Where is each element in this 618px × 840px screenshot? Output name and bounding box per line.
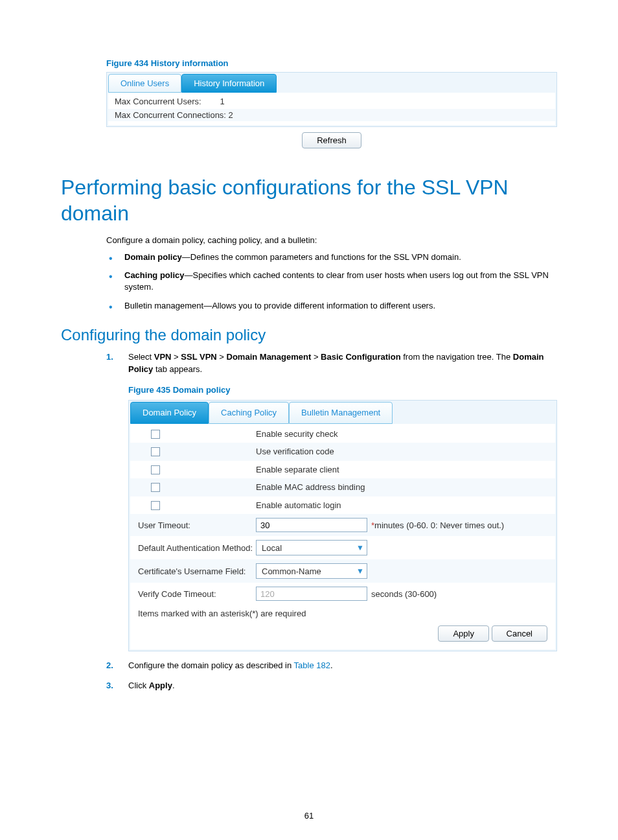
bullet-bulletin-mgmt: Bulletin management—Allows you to provid… bbox=[106, 300, 557, 312]
tab-online-users[interactable]: Online Users bbox=[108, 74, 181, 93]
label-auth-method: Default Authentication Method: bbox=[138, 542, 256, 555]
steps-list: Select VPN > SSL VPN > Domain Management… bbox=[106, 351, 557, 692]
section-heading: Performing basic configurations for the … bbox=[61, 174, 557, 226]
hint-user-timeout: minutes (0-60. 0: Never times out.) bbox=[374, 520, 504, 530]
select-auth-method[interactable]: Local ▼ bbox=[256, 540, 367, 555]
bullet-domain-policy: Domain policy—Defines the common paramet… bbox=[106, 251, 557, 263]
apply-button[interactable]: Apply bbox=[438, 625, 489, 642]
label-cert-username: Certificate's Username Field: bbox=[138, 565, 256, 578]
max-concurrent-users-value: 1 bbox=[220, 97, 225, 106]
figure-435-panel: Domain Policy Caching Policy Bulletin Ma… bbox=[128, 400, 557, 651]
figure-434-body: Max Concurrent Users: 1 Max Concurrent C… bbox=[108, 93, 555, 125]
max-concurrent-conn-label: Max Concurrent Connections: bbox=[115, 110, 226, 120]
checkbox-security-check[interactable] bbox=[151, 430, 160, 439]
max-concurrent-users-label: Max Concurrent Users: bbox=[115, 97, 201, 106]
checkbox-auto-login[interactable] bbox=[151, 501, 160, 510]
figure-435-caption: Figure 435 Domain policy bbox=[128, 384, 557, 397]
label-user-timeout: User Timeout: bbox=[138, 519, 256, 532]
intro-text: Configure a domain policy, caching polic… bbox=[106, 235, 557, 245]
tab-history-information[interactable]: History Information bbox=[181, 74, 277, 93]
label-separate-client: Enable separate client bbox=[256, 463, 339, 476]
chevron-down-icon: ▼ bbox=[356, 542, 364, 554]
figure-434-panel: Online Users History Information Max Con… bbox=[106, 72, 557, 127]
label-verify-timeout: Verify Code Timeout: bbox=[138, 588, 256, 601]
label-verification-code: Use verification code bbox=[256, 445, 334, 458]
figure-434-tabs: Online Users History Information bbox=[108, 74, 555, 93]
tab-bulletin-management[interactable]: Bulletin Management bbox=[289, 402, 393, 424]
hint-verify-timeout: seconds (30-600) bbox=[371, 588, 437, 601]
required-footnote: Items marked with an asterisk(*) are req… bbox=[130, 605, 555, 620]
checkbox-verification-code[interactable] bbox=[151, 447, 160, 456]
refresh-button[interactable]: Refresh bbox=[302, 132, 361, 148]
input-user-timeout[interactable] bbox=[256, 518, 367, 532]
figure-434-caption: Figure 434 History information bbox=[106, 58, 557, 68]
bullet-caching-policy: Caching policy—Specifies which cached co… bbox=[106, 270, 557, 293]
bullet-list: Domain policy—Defines the common paramet… bbox=[106, 251, 557, 312]
page-number: 61 bbox=[0, 811, 618, 821]
label-security-check: Enable security check bbox=[256, 428, 338, 441]
subsection-heading: Configuring the domain policy bbox=[61, 326, 557, 344]
tab-domain-policy[interactable]: Domain Policy bbox=[130, 402, 209, 424]
cancel-button[interactable]: Cancel bbox=[492, 625, 547, 642]
step-2: Configure the domain policy as described… bbox=[106, 659, 557, 672]
select-cert-username[interactable]: Common-Name ▼ bbox=[256, 563, 367, 579]
chevron-down-icon: ▼ bbox=[356, 565, 364, 577]
checkbox-separate-client[interactable] bbox=[151, 465, 160, 474]
figure-435-tabs: Domain Policy Caching Policy Bulletin Ma… bbox=[130, 402, 555, 424]
label-mac-binding: Enable MAC address binding bbox=[256, 481, 365, 494]
link-table-182[interactable]: Table 182 bbox=[294, 660, 330, 670]
max-concurrent-conn-value: 2 bbox=[229, 110, 233, 120]
checkbox-mac-binding[interactable] bbox=[151, 483, 160, 492]
input-verify-timeout[interactable] bbox=[256, 587, 367, 601]
step-1: Select VPN > SSL VPN > Domain Management… bbox=[106, 351, 557, 651]
step-3: Click Apply. bbox=[106, 679, 557, 692]
label-auto-login: Enable automatic login bbox=[256, 499, 341, 512]
tab-caching-policy[interactable]: Caching Policy bbox=[209, 402, 289, 424]
